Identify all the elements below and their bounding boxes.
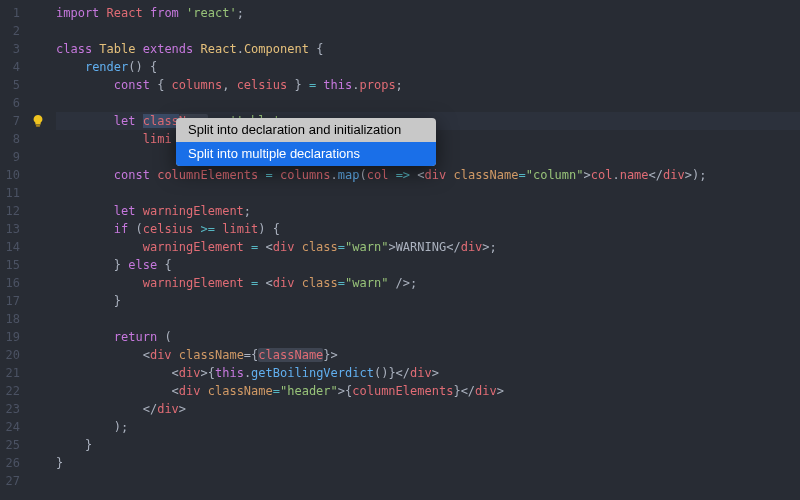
- code-token: (: [359, 168, 366, 182]
- gutter-icon-empty: [28, 310, 48, 328]
- code-line[interactable]: </div>: [56, 400, 800, 418]
- code-token: {: [316, 42, 323, 56]
- code-token: >;: [482, 240, 496, 254]
- code-token: 'react': [186, 6, 237, 20]
- code-token: [56, 204, 114, 218]
- code-token: () {: [128, 60, 157, 74]
- intention-bulb-icon[interactable]: [28, 112, 48, 130]
- code-line[interactable]: const { columns, celsius } = this.props;: [56, 76, 800, 94]
- code-token: class: [56, 42, 99, 56]
- code-line[interactable]: }: [56, 436, 800, 454]
- code-token: >{: [201, 366, 215, 380]
- code-token: <: [266, 240, 273, 254]
- code-token: <: [56, 366, 179, 380]
- code-token: return: [114, 330, 165, 344]
- code-token: name: [620, 168, 649, 182]
- code-line[interactable]: [56, 472, 800, 490]
- code-token: ()}</: [374, 366, 410, 380]
- code-token: div: [273, 240, 302, 254]
- intention-action-item[interactable]: Split into declaration and initializatio…: [176, 118, 436, 142]
- code-line[interactable]: }: [56, 292, 800, 310]
- line-number: 14: [4, 238, 20, 256]
- code-line[interactable]: [56, 94, 800, 112]
- code-token: =: [338, 240, 345, 254]
- code-token: >: [432, 366, 439, 380]
- code-token: map: [338, 168, 360, 182]
- code-line[interactable]: warningElement = <div class="warn">WARNI…: [56, 238, 800, 256]
- code-token: >=: [201, 222, 223, 236]
- code-line[interactable]: }: [56, 454, 800, 472]
- code-token: >: [388, 240, 395, 254]
- line-number: 13: [4, 220, 20, 238]
- line-number: 7: [4, 112, 20, 130]
- gutter-icon-empty: [28, 58, 48, 76]
- code-token: props: [359, 78, 395, 92]
- code-line[interactable]: [56, 22, 800, 40]
- code-token: div: [157, 402, 179, 416]
- gutter-icon-empty: [28, 400, 48, 418]
- code-line[interactable]: let warningElement;: [56, 202, 800, 220]
- code-token: ;: [237, 6, 244, 20]
- intention-action-item[interactable]: Split into multiple declarations: [176, 142, 436, 166]
- line-number: 5: [4, 76, 20, 94]
- code-line[interactable]: const columnElements = columns.map(col =…: [56, 166, 800, 184]
- gutter-icon-empty: [28, 130, 48, 148]
- code-line[interactable]: render() {: [56, 58, 800, 76]
- gutter-icon-empty: [28, 22, 48, 40]
- code-line[interactable]: return (: [56, 328, 800, 346]
- code-token: WARNING: [396, 240, 447, 254]
- code-token: className: [453, 168, 518, 182]
- line-number: 9: [4, 148, 20, 166]
- code-line[interactable]: <div className="header">{columnElements}…: [56, 382, 800, 400]
- code-token: (: [164, 330, 171, 344]
- code-area[interactable]: import React from 'react';class Table ex…: [48, 0, 800, 500]
- line-number: 17: [4, 292, 20, 310]
- code-editor[interactable]: 1234567891011121314151617181920212223242…: [0, 0, 800, 500]
- code-token: >);: [685, 168, 707, 182]
- intention-actions-popup[interactable]: Split into declaration and initializatio…: [176, 118, 436, 166]
- gutter-icon-empty: [28, 454, 48, 472]
- code-token: />;: [396, 276, 418, 290]
- code-line[interactable]: import React from 'react';: [56, 4, 800, 22]
- code-line[interactable]: <div>{this.getBoilingVerdict()}</div>: [56, 364, 800, 382]
- code-token: <: [417, 168, 424, 182]
- code-token: (: [135, 222, 142, 236]
- code-token: ) {: [258, 222, 280, 236]
- code-token: div: [179, 384, 208, 398]
- code-token: "warn": [345, 240, 388, 254]
- line-number: 15: [4, 256, 20, 274]
- gutter-icon-empty: [28, 148, 48, 166]
- code-line[interactable]: [56, 310, 800, 328]
- code-token: this: [215, 366, 244, 380]
- code-line[interactable]: if (celsius >= limit) {: [56, 220, 800, 238]
- code-token: let: [114, 114, 143, 128]
- code-token: extends: [143, 42, 201, 56]
- gutter-icon-empty: [28, 274, 48, 292]
- code-line[interactable]: } else {: [56, 256, 800, 274]
- code-line[interactable]: warningElement = <div class="warn" />;: [56, 274, 800, 292]
- code-token: [56, 240, 143, 254]
- line-number: 19: [4, 328, 20, 346]
- line-number: 11: [4, 184, 20, 202]
- code-line[interactable]: class Table extends React.Component {: [56, 40, 800, 58]
- gutter-icon-empty: [28, 364, 48, 382]
- code-token: col: [367, 168, 396, 182]
- line-number: 1: [4, 4, 20, 22]
- code-token: [56, 78, 114, 92]
- code-token: div: [410, 366, 432, 380]
- code-token: columnElements: [157, 168, 265, 182]
- code-token: }</: [453, 384, 475, 398]
- code-token: div: [425, 168, 454, 182]
- code-line[interactable]: <div className={className}>: [56, 346, 800, 364]
- gutter-icon-empty: [28, 202, 48, 220]
- code-token: div: [663, 168, 685, 182]
- line-number-gutter: 1234567891011121314151617181920212223242…: [0, 0, 28, 500]
- code-token: =: [273, 384, 280, 398]
- code-line[interactable]: [56, 184, 800, 202]
- line-number: 12: [4, 202, 20, 220]
- code-token: import: [56, 6, 107, 20]
- code-line[interactable]: );: [56, 418, 800, 436]
- code-token: "column": [526, 168, 584, 182]
- line-number: 3: [4, 40, 20, 58]
- code-token: >: [584, 168, 591, 182]
